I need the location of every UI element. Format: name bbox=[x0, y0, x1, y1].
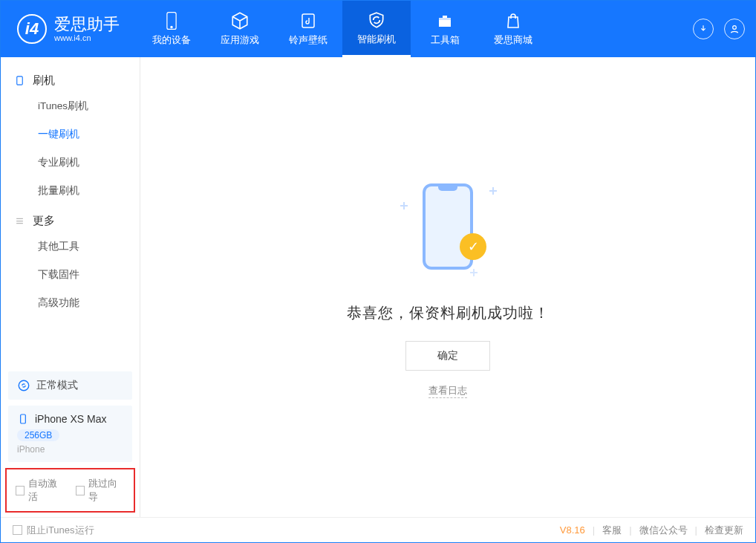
device-card[interactable]: iPhone XS Max 256GB iPhone bbox=[8, 406, 132, 462]
checkbox-block-itunes[interactable]: 阻止iTunes运行 bbox=[13, 524, 94, 537]
ok-button[interactable]: 确定 bbox=[405, 341, 490, 371]
footer-link-update[interactable]: 检查更新 bbox=[705, 524, 743, 537]
spark-icon bbox=[470, 269, 478, 276]
refresh-shield-icon bbox=[367, 10, 386, 30]
svg-point-7 bbox=[19, 380, 29, 391]
music-note-icon bbox=[299, 11, 318, 30]
header-right bbox=[693, 19, 745, 39]
nav-label: 爱思商城 bbox=[494, 33, 532, 47]
checkbox-icon bbox=[16, 486, 25, 495]
nav-label: 工具箱 bbox=[431, 33, 460, 47]
download-button[interactable] bbox=[693, 19, 714, 39]
sidebar-item-oneclick-flash[interactable]: 一键刷机 bbox=[1, 120, 140, 149]
svg-rect-8 bbox=[21, 414, 26, 423]
brand: i4 爱思助手 www.i4.cn bbox=[1, 14, 137, 44]
nav-label: 智能刷机 bbox=[357, 33, 396, 46]
nav-apps-games[interactable]: 应用游戏 bbox=[206, 1, 274, 57]
nav-my-device[interactable]: 我的设备 bbox=[137, 1, 206, 57]
footer-right: V8.16 | 客服 | 微信公众号 | 检查更新 bbox=[560, 524, 743, 537]
svg-rect-4 bbox=[439, 18, 451, 20]
svg-point-5 bbox=[733, 26, 737, 30]
activation-options: 自动激活 跳过向导 bbox=[5, 468, 135, 513]
footer-left: 阻止iTunes运行 bbox=[13, 524, 560, 537]
header: i4 爱思助手 www.i4.cn 我的设备 应用游戏 铃声壁纸 智能刷机 bbox=[1, 1, 755, 57]
spark-icon bbox=[489, 187, 497, 195]
cube-icon bbox=[230, 11, 250, 30]
checkmark-badge-icon: ✓ bbox=[460, 233, 486, 260]
sidebar-group-title: 刷机 bbox=[33, 74, 55, 88]
separator: | bbox=[593, 524, 595, 536]
main-nav: 我的设备 应用游戏 铃声壁纸 智能刷机 工具箱 爱思商城 bbox=[137, 1, 547, 57]
svg-point-2 bbox=[171, 26, 172, 27]
svg-rect-6 bbox=[17, 77, 23, 85]
footer: 阻止iTunes运行 V8.16 | 客服 | 微信公众号 | 检查更新 bbox=[1, 517, 755, 542]
footer-link-support[interactable]: 客服 bbox=[602, 524, 622, 537]
sidebar-group-title: 更多 bbox=[33, 214, 55, 228]
phone-small-icon bbox=[17, 413, 29, 425]
separator: | bbox=[695, 524, 697, 536]
toolbox-icon bbox=[435, 11, 454, 30]
sidebar-group-flash: 刷机 bbox=[1, 65, 140, 92]
sidebar-scroll: 刷机 iTunes刷机 一键刷机 专业刷机 批量刷机 更多 其他工具 下载固件 … bbox=[1, 57, 140, 368]
checkbox-skip-wizard[interactable]: 跳过向导 bbox=[76, 477, 126, 504]
checkbox-label: 跳过向导 bbox=[88, 477, 125, 504]
nav-label: 铃声壁纸 bbox=[289, 33, 328, 47]
device-name: iPhone XS Max bbox=[35, 413, 107, 425]
device-type: iPhone bbox=[17, 444, 123, 455]
mode-card[interactable]: 正常模式 bbox=[8, 371, 132, 400]
sync-icon bbox=[17, 379, 30, 392]
brand-title: 爱思助手 bbox=[54, 16, 120, 33]
main-content: ✓ 恭喜您，保资料刷机成功啦！ 确定 查看日志 bbox=[140, 57, 755, 517]
mode-label: 正常模式 bbox=[36, 379, 78, 392]
device-icon bbox=[14, 75, 25, 86]
brand-subtitle: www.i4.cn bbox=[54, 33, 120, 42]
app-window: i4 爱思助手 www.i4.cn 我的设备 应用游戏 铃声壁纸 智能刷机 bbox=[0, 0, 756, 543]
nav-smart-flash[interactable]: 智能刷机 bbox=[342, 1, 411, 57]
sidebar: 刷机 iTunes刷机 一键刷机 专业刷机 批量刷机 更多 其他工具 下载固件 … bbox=[1, 57, 140, 517]
list-icon bbox=[14, 215, 25, 227]
svg-rect-3 bbox=[302, 14, 314, 27]
nav-label: 我的设备 bbox=[152, 33, 191, 47]
checkbox-label: 阻止iTunes运行 bbox=[27, 524, 94, 537]
checkbox-icon bbox=[13, 525, 22, 535]
separator: | bbox=[629, 524, 631, 536]
bag-icon bbox=[504, 11, 523, 30]
body: 刷机 iTunes刷机 一键刷机 专业刷机 批量刷机 更多 其他工具 下载固件 … bbox=[1, 57, 755, 517]
success-message: 恭喜您，保资料刷机成功啦！ bbox=[347, 303, 550, 323]
sidebar-item-advanced[interactable]: 高级功能 bbox=[1, 289, 140, 317]
spark-icon bbox=[400, 202, 408, 209]
checkbox-label: 自动激活 bbox=[28, 477, 65, 504]
footer-link-wechat[interactable]: 微信公众号 bbox=[639, 524, 688, 537]
sidebar-item-batch-flash[interactable]: 批量刷机 bbox=[1, 177, 140, 205]
sidebar-item-pro-flash[interactable]: 专业刷机 bbox=[1, 149, 140, 177]
nav-ringtones[interactable]: 铃声壁纸 bbox=[274, 1, 342, 57]
sidebar-item-download-firmware[interactable]: 下载固件 bbox=[1, 261, 140, 289]
sidebar-item-other-tools[interactable]: 其他工具 bbox=[1, 233, 140, 261]
view-log-link[interactable]: 查看日志 bbox=[428, 384, 467, 398]
brand-logo-icon: i4 bbox=[17, 14, 47, 44]
checkbox-icon bbox=[76, 486, 85, 495]
user-button[interactable] bbox=[724, 19, 745, 39]
success-illustration: ✓ bbox=[396, 177, 500, 281]
nav-toolbox[interactable]: 工具箱 bbox=[411, 1, 479, 57]
nav-label: 应用游戏 bbox=[221, 33, 259, 47]
storage-badge: 256GB bbox=[17, 429, 59, 441]
nav-store[interactable]: 爱思商城 bbox=[479, 1, 547, 57]
sidebar-item-itunes-flash[interactable]: iTunes刷机 bbox=[1, 92, 140, 120]
checkbox-auto-activate[interactable]: 自动激活 bbox=[16, 477, 65, 504]
sidebar-bottom: 正常模式 iPhone XS Max 256GB iPhone 自动激活 跳过向… bbox=[1, 368, 140, 517]
sidebar-group-more: 更多 bbox=[1, 205, 140, 233]
version-label: V8.16 bbox=[560, 524, 585, 536]
phone-icon bbox=[162, 11, 181, 30]
